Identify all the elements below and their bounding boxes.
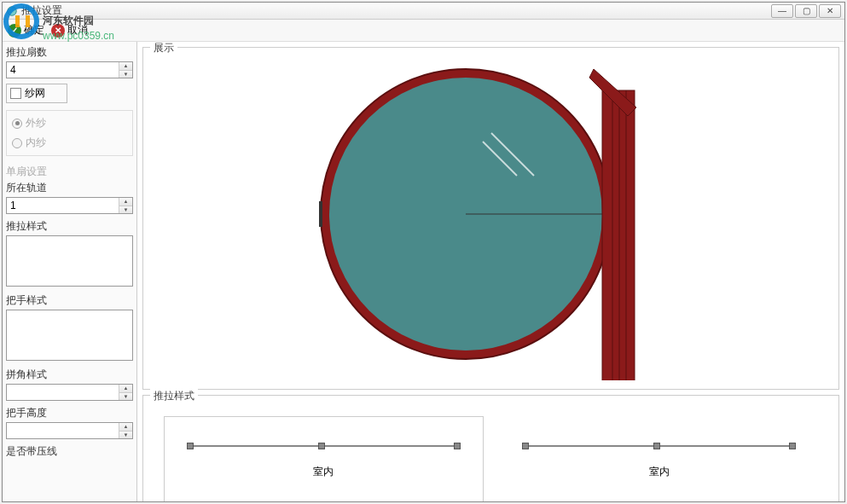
sidebar: 推拉扇数 ▲ ▼ 纱网 外纱 [3,42,137,501]
sash-count-label: 推拉扇数 [6,45,133,60]
sash-count-field[interactable] [7,62,119,78]
sash-count-input[interactable]: ▲ ▼ [6,61,133,78]
track-diagram-icon [522,441,796,451]
track-field[interactable] [7,198,119,213]
spin-up-icon[interactable]: ▲ [119,62,132,71]
handle-height-field[interactable] [7,423,119,438]
window-title: 推拉设置 [21,3,771,18]
inner-screen-radio-row: 内纱 [12,136,127,150]
track-label: 所在轨道 [6,181,133,195]
main-area: 展示 [137,42,844,501]
minimize-button[interactable]: — [771,4,793,18]
press-line-label: 是否带压线 [6,444,133,459]
interior-label-1: 室内 [313,465,334,479]
screen-checkbox-row[interactable]: 纱网 [6,84,67,103]
cancel-label: 取消 [67,23,88,38]
svg-rect-6 [602,90,635,380]
spin-up-icon[interactable]: ▲ [119,385,132,393]
x-icon: ✕ [51,24,65,38]
style-option-2[interactable]: 室内 [501,416,819,501]
outer-screen-label: 外纱 [26,116,46,130]
interior-label-2: 室内 [649,465,670,479]
titlebar: 推拉设置 — ▢ ✕ [3,3,844,20]
single-sash-label: 单扇设置 [6,165,133,179]
spin-down-icon[interactable]: ▼ [119,71,132,78]
spin-down-icon[interactable]: ▼ [119,206,132,214]
close-button[interactable]: ✕ [819,4,841,18]
screen-type-group: 外纱 内纱 [6,110,133,156]
preview-display [152,56,830,380]
outer-screen-radio [12,119,22,129]
style-title: 推拉样式 [150,389,198,403]
corner-style-label: 拼角样式 [6,368,133,382]
slide-style-list[interactable] [6,235,133,287]
spin-up-icon[interactable]: ▲ [119,423,132,432]
corner-style-field[interactable] [7,385,119,400]
handle-height-label: 把手高度 [6,406,133,420]
app-icon [6,5,18,17]
spin-down-icon[interactable]: ▼ [119,432,132,439]
confirm-button[interactable]: ✓ 确定 [8,23,44,38]
check-icon: ✓ [8,24,21,38]
maximize-button[interactable]: ▢ [795,4,817,18]
handle-style-list[interactable] [6,310,133,361]
inner-screen-radio [12,138,22,148]
inner-screen-label: 内纱 [26,136,46,150]
confirm-label: 确定 [24,23,44,38]
spin-down-icon[interactable]: ▼ [119,393,132,401]
slide-style-label: 推拉样式 [6,219,133,234]
screen-checkbox[interactable] [10,88,21,99]
handle-height-input[interactable]: ▲ ▼ [6,422,133,439]
svg-point-0 [8,6,17,15]
style-option-1[interactable]: 室内 [164,416,484,501]
cancel-button[interactable]: ✕ 取消 [51,23,88,38]
spin-up-icon[interactable]: ▲ [119,198,132,206]
outer-screen-radio-row: 外纱 [12,116,127,130]
handle-style-label: 把手样式 [6,293,133,308]
corner-style-input[interactable]: ▲ ▼ [6,384,133,401]
screen-label: 纱网 [25,86,45,101]
track-diagram-icon [187,441,461,451]
door-preview-icon [312,56,670,380]
toolbar: ✓ 确定 ✕ 取消 [3,20,844,42]
track-input[interactable]: ▲ ▼ [6,197,133,214]
svg-rect-10 [319,201,322,227]
display-title: 展示 [150,42,177,55]
